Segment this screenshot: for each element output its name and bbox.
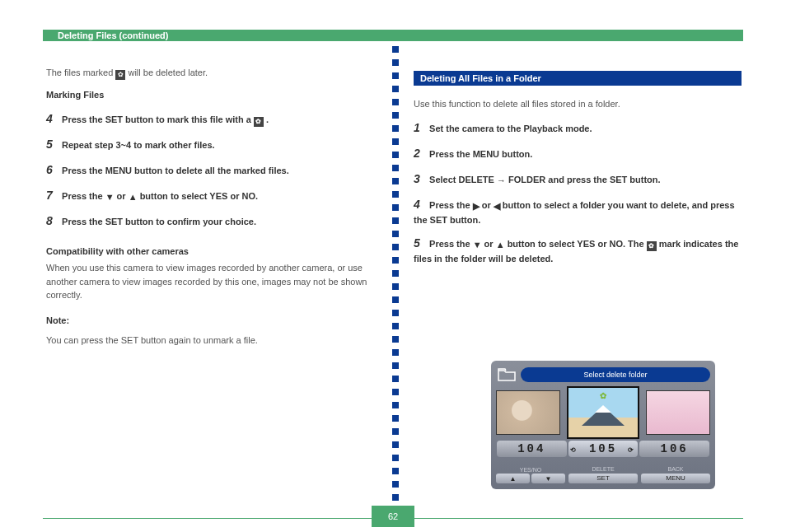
hint-yesno: YES/NO ▲ ▼	[496, 466, 565, 483]
right-intro: Use this function to delete all files st…	[414, 97, 742, 111]
step-5: 5 Repeat step 3~4 to mark other files.	[46, 136, 367, 153]
r-step-5: 5 Press the ▼ or ▲ button to select YES …	[414, 235, 742, 266]
page-title: Deleting Files (continued)	[58, 29, 168, 43]
intro-a: The files marked	[46, 68, 115, 77]
trash-mark-icon: ✿	[600, 390, 606, 402]
r-step-4-a: Press the	[429, 200, 473, 210]
snowcap-shape	[595, 405, 611, 413]
header-accent	[43, 30, 51, 41]
lcd-thumbnail-row: ✿	[496, 387, 710, 438]
step-5-num: 5	[46, 136, 59, 153]
step-6: 6 Press the MENU button to delete all th…	[46, 161, 367, 179]
note-body: You can press the SET button again to un…	[46, 334, 367, 348]
r-step-5-b: or	[484, 239, 496, 249]
manual-page: Deleting Files (continued) The files mar…	[0, 0, 786, 532]
prev-indicator-icon: ⟲	[570, 442, 578, 459]
r-step-2: 2 Press the MENU button.	[414, 145, 742, 162]
thumbnail-106	[646, 390, 710, 435]
step-4-num: 4	[46, 110, 59, 128]
r-step-1-num: 1	[414, 119, 427, 137]
trash-mark-icon: ✿	[115, 70, 125, 80]
right-subheader-title: Deleting All Files in a Folder	[414, 71, 742, 86]
r-step-5-a: Press the	[429, 239, 473, 249]
up-arrow-icon: ▲	[129, 190, 138, 204]
hint-yesno-label: YES/NO	[496, 466, 565, 474]
heading-marking-files: Marking Files	[46, 88, 367, 102]
step-8: 8 Press the SET button to confirm your c…	[46, 212, 367, 230]
folder-num-105: ⟲ 105 ⟳	[568, 441, 639, 457]
step-4-a: Press the SET button to mark this file w…	[62, 114, 254, 124]
column-separator	[392, 46, 399, 507]
folder-num-106: 106	[639, 441, 709, 457]
hint-delete-label: DELETE	[568, 465, 638, 473]
next-indicator-icon: ⟳	[628, 442, 636, 459]
lcd-screenshot: Select delete folder ✿ 104 ⟲ 105 ⟳ 106 Y…	[491, 361, 715, 489]
thumbnail-105-selected: ✿	[567, 386, 639, 439]
lcd-hint-row: YES/NO ▲ ▼ DELETE SET BACK MENU	[496, 462, 710, 483]
compat-body: When you use this camera to view images …	[46, 261, 367, 302]
step-8-num: 8	[46, 212, 59, 230]
r-step-2-num: 2	[414, 145, 427, 162]
step-7-c: button to select YES or NO.	[140, 191, 258, 201]
right-arrow-icon: →	[497, 174, 506, 188]
r-step-4-num: 4	[414, 196, 427, 213]
step-6-text: Press the MENU button to delete all the …	[62, 166, 289, 175]
r-step-5-num: 5	[414, 235, 427, 252]
hint-back: BACK MENU	[641, 465, 710, 483]
step-4-b: .	[266, 114, 269, 124]
r-step-3-num: 3	[414, 170, 427, 188]
page-header-bar: Deleting Files (continued)	[43, 30, 743, 41]
down-arrow-icon: ▼	[473, 238, 482, 252]
r-step-3: 3 Select DELETE → FOLDER and press the S…	[414, 170, 742, 188]
up-arrow-icon: ▲	[496, 238, 505, 252]
step-4: 4 Press the SET button to mark this file…	[46, 110, 367, 128]
lcd-header: Select delete folder	[496, 366, 710, 384]
r-step-5-c: button to select YES or NO. The	[508, 239, 647, 249]
left-column: The files marked ✿ will be deleted later…	[46, 59, 367, 354]
thumbnail-104	[496, 390, 560, 435]
folder-num-105-value: 105	[589, 442, 617, 455]
step-8-text: Press the SET button to confirm your cho…	[62, 217, 256, 226]
trash-mark-icon: ✿	[254, 117, 264, 127]
r-step-2-text: Press the MENU button.	[429, 149, 532, 159]
r-step-3-b: FOLDER and press the SET button.	[508, 175, 661, 184]
page-number: 62	[372, 506, 414, 527]
r-step-1: 1 Set the camera to the Playback mode.	[414, 119, 742, 137]
hint-menu-button: MENU	[641, 474, 710, 483]
hint-up-button: ▲	[496, 474, 530, 483]
folder-icon	[498, 368, 516, 381]
folder-num-104: 104	[497, 441, 567, 457]
lcd-title: Select delete folder	[521, 367, 710, 382]
step-6-num: 6	[46, 161, 59, 179]
hint-set-button: SET	[568, 474, 638, 483]
note-heading: Note:	[46, 314, 367, 328]
step-7-b: or	[117, 191, 129, 201]
intro-b: will be deleted later.	[128, 68, 208, 77]
lcd-folder-number-row: 104 ⟲ 105 ⟳ 106	[496, 441, 710, 457]
right-triangle-icon: ▶	[473, 199, 480, 213]
right-column: Use this function to delete all files st…	[414, 91, 742, 269]
trash-mark-icon: ✿	[647, 241, 657, 251]
r-step-4: 4 Press the ▶ or ◀ button to select a fo…	[414, 196, 742, 227]
hint-delete: DELETE SET	[568, 465, 638, 483]
left-triangle-icon: ◀	[494, 199, 500, 213]
step-7-num: 7	[46, 187, 59, 204]
hint-down-button: ▼	[531, 474, 565, 483]
right-subheader-bar: Deleting All Files in a Folder	[414, 71, 742, 86]
r-step-1-text: Set the camera to the Playback mode.	[429, 124, 592, 133]
step-7: 7 Press the ▼ or ▲ button to select YES …	[46, 187, 367, 204]
step-7-a: Press the	[62, 191, 105, 201]
down-arrow-icon: ▼	[105, 190, 115, 204]
r-step-3-a: Select DELETE	[429, 175, 497, 184]
step-5-text: Repeat step 3~4 to mark other files.	[62, 140, 215, 150]
r-step-4-b: or	[482, 200, 494, 210]
compat-heading: Compatibility with other cameras	[46, 245, 367, 259]
intro-line: The files marked ✿ will be deleted later…	[46, 66, 367, 80]
hint-back-label: BACK	[641, 465, 710, 473]
